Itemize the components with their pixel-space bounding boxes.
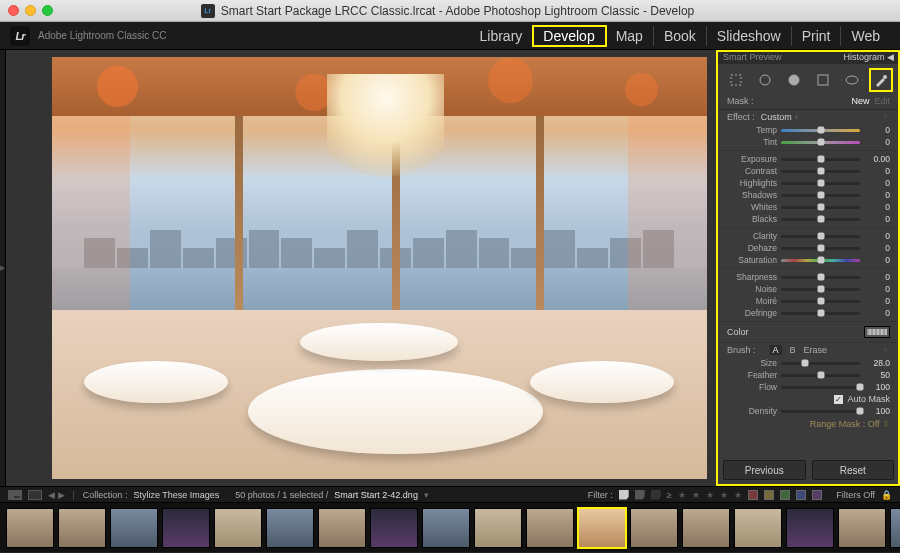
loupe-view-icon[interactable] (28, 490, 42, 500)
feather-slider[interactable]: Feather50 (727, 369, 890, 381)
feather-thumb[interactable] (817, 372, 824, 379)
blacks-value[interactable]: 0 (864, 214, 890, 224)
flow-thumb[interactable] (857, 384, 864, 391)
shadows-track[interactable] (781, 194, 860, 197)
graduated-filter-icon[interactable] (814, 71, 832, 89)
temp-track[interactable] (781, 129, 860, 132)
density-value[interactable]: 100 (864, 406, 890, 416)
highlights-track[interactable] (781, 182, 860, 185)
flow-value[interactable]: 100 (864, 382, 890, 392)
module-map[interactable]: Map (606, 26, 654, 46)
brush-erase-button[interactable]: Erase (804, 345, 828, 355)
shadows-slider[interactable]: Shadows0 (727, 189, 890, 201)
mask-new-button[interactable]: New (851, 96, 869, 106)
filmstrip-thumb[interactable] (370, 508, 418, 548)
filmstrip-thumb[interactable] (682, 508, 730, 548)
clarity-value[interactable]: 0 (864, 231, 890, 241)
filters-off-label[interactable]: Filters Off (836, 490, 875, 500)
histogram-label[interactable]: Histogram (843, 52, 884, 62)
grid-view-icon[interactable] (8, 490, 22, 500)
close-window-button[interactable] (8, 5, 19, 16)
size-value[interactable]: 28.0 (864, 358, 890, 368)
filmstrip[interactable] (0, 502, 900, 552)
brush-disclosure-icon[interactable]: ▼ (881, 345, 890, 355)
module-develop[interactable]: Develop (533, 26, 605, 46)
tint-track[interactable] (781, 141, 860, 144)
collection-name[interactable]: Stylize These Images (133, 490, 219, 500)
filter-lock-icon[interactable]: 🔒 (881, 490, 892, 500)
highlights-thumb[interactable] (817, 180, 824, 187)
clarity-track[interactable] (781, 235, 860, 238)
color-swatch[interactable] (864, 326, 890, 338)
filmstrip-thumb[interactable] (786, 508, 834, 548)
sharpness-slider[interactable]: Sharpness0 (727, 271, 890, 283)
filmstrip-thumb[interactable] (578, 508, 626, 548)
whites-slider[interactable]: Whites0 (727, 201, 890, 213)
star-2-icon[interactable]: ★ (692, 490, 700, 500)
rating-compare-icon[interactable]: ≥ (667, 490, 672, 500)
whites-thumb[interactable] (817, 204, 824, 211)
flag-reject-icon[interactable] (651, 490, 661, 500)
blacks-slider[interactable]: Blacks0 (727, 213, 890, 225)
star-1-icon[interactable]: ★ (678, 490, 686, 500)
crop-icon[interactable] (727, 71, 745, 89)
contrast-slider[interactable]: Contrast0 (727, 165, 890, 177)
color-label-green-icon[interactable] (780, 490, 790, 500)
shadows-thumb[interactable] (817, 192, 824, 199)
sharpness-track[interactable] (781, 276, 860, 279)
spot-removal-icon[interactable] (756, 71, 774, 89)
module-slideshow[interactable]: Slideshow (707, 26, 792, 46)
flow-track[interactable] (781, 386, 860, 389)
blacks-track[interactable] (781, 218, 860, 221)
exposure-slider[interactable]: Exposure0.00 (727, 153, 890, 165)
filmstrip-thumb[interactable] (526, 508, 574, 548)
size-track[interactable] (781, 362, 860, 365)
blacks-thumb[interactable] (817, 216, 824, 223)
color-label-purple-icon[interactable] (812, 490, 822, 500)
tint-slider[interactable]: Tint0 (727, 136, 890, 148)
brush-b-button[interactable]: B (790, 345, 796, 355)
dehaze-value[interactable]: 0 (864, 243, 890, 253)
tint-value[interactable]: 0 (864, 137, 890, 147)
exposure-track[interactable] (781, 158, 860, 161)
saturation-thumb[interactable] (817, 257, 824, 264)
module-library[interactable]: Library (470, 26, 534, 46)
filmstrip-thumb[interactable] (266, 508, 314, 548)
density-track[interactable] (781, 410, 860, 413)
dehaze-thumb[interactable] (817, 245, 824, 252)
temp-thumb[interactable] (817, 127, 824, 134)
left-panel-toggle[interactable] (0, 50, 6, 486)
previous-button[interactable]: Previous (723, 460, 806, 480)
whites-track[interactable] (781, 206, 860, 209)
noise-track[interactable] (781, 288, 860, 291)
range-mask-label[interactable]: Range Mask : Off (810, 419, 880, 429)
saturation-slider[interactable]: Saturation0 (727, 254, 890, 266)
minimize-window-button[interactable] (25, 5, 36, 16)
color-label-blue-icon[interactable] (796, 490, 806, 500)
sharpness-value[interactable]: 0 (864, 272, 890, 282)
size-slider[interactable]: Size28.0 (727, 357, 890, 369)
clarity-slider[interactable]: Clarity0 (727, 230, 890, 242)
moire-thumb[interactable] (817, 298, 824, 305)
star-4-icon[interactable]: ★ (720, 490, 728, 500)
highlights-slider[interactable]: Highlights0 (727, 177, 890, 189)
zoom-window-button[interactable] (42, 5, 53, 16)
moire-value[interactable]: 0 (864, 296, 890, 306)
defringe-track[interactable] (781, 312, 860, 315)
adjustment-brush-icon[interactable] (872, 71, 890, 89)
filmstrip-thumb[interactable] (422, 508, 470, 548)
filename-dropdown-icon[interactable]: ▾ (424, 490, 429, 500)
filmstrip-thumb[interactable] (630, 508, 678, 548)
nav-arrows[interactable]: ◀ ▶ (48, 490, 65, 500)
moire-track[interactable] (781, 300, 860, 303)
star-3-icon[interactable]: ★ (706, 490, 714, 500)
flag-pick-icon[interactable] (619, 490, 629, 500)
contrast-thumb[interactable] (817, 168, 824, 175)
exposure-thumb[interactable] (817, 156, 824, 163)
effect-value[interactable]: Custom (761, 112, 792, 122)
size-thumb[interactable] (801, 360, 808, 367)
noise-thumb[interactable] (817, 286, 824, 293)
filmstrip-thumb[interactable] (474, 508, 522, 548)
filmstrip-thumb[interactable] (58, 508, 106, 548)
clarity-thumb[interactable] (817, 233, 824, 240)
